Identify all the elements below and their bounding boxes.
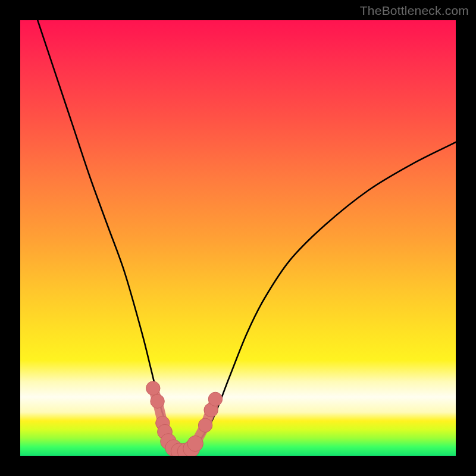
watermark-text: TheBottleneck.com <box>360 4 469 18</box>
curve-marker <box>151 394 164 408</box>
curve-marker <box>198 418 212 432</box>
curve-markers <box>146 381 223 456</box>
curve-path <box>37 20 456 452</box>
chart-svg <box>20 20 456 456</box>
chart-frame: TheBottleneck.com <box>0 0 476 476</box>
curve-marker <box>187 436 203 451</box>
curve-marker <box>146 381 160 395</box>
bottleneck-curve <box>37 20 456 452</box>
plot-area <box>20 20 456 456</box>
curve-marker <box>208 392 222 406</box>
